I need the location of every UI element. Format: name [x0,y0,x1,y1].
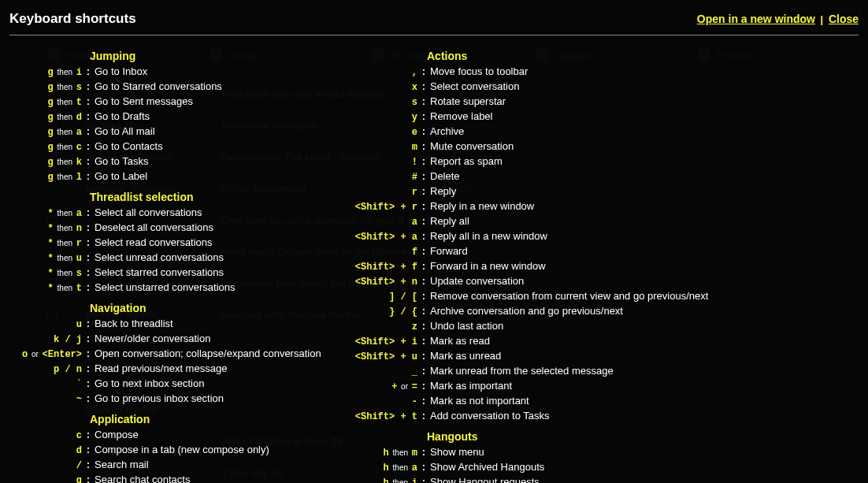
shortcut-keys: g then d [9,110,82,124]
shortcut-keys: g then k [9,155,82,169]
shortcut-desc: Go to All mail [95,124,155,139]
shortcut-desc: Forward in a new window [430,259,546,273]
shortcut-keys: h then a [340,461,417,475]
shortcut-row: g then k:Go to Tasks [9,154,325,169]
shortcut-row: u:Back to threadlist [9,317,325,332]
shortcut-keys: <Shift> + t [340,410,417,424]
shortcut-desc: Go to Sent messages [95,95,193,109]
shortcut-row: g then a:Go to All mail [9,124,325,139]
shortcut-desc: Go to Contacts [95,139,163,154]
shortcut-desc: Mute conversation [430,139,514,154]
shortcuts-column-right: Actions,:Move focus to toolbarx:Select c… [340,43,859,483]
shortcut-row: y:Remove label [340,110,859,124]
shortcut-desc: Select read conversations [95,236,213,250]
shortcut-desc: Go to next inbox section [95,377,204,391]
shortcut-keys: ~ [9,392,82,407]
section-title: Actions [427,50,859,62]
shortcut-row: p / n:Read previous/next message [9,362,325,377]
shortcut-desc: Remove conversation from current view an… [430,289,708,303]
shortcut-row: /:Search mail [9,458,325,473]
shortcut-desc: Go to Starred conversations [95,80,222,94]
shortcut-keys: # [340,170,417,184]
shortcut-keys: g then s [9,80,82,95]
shortcut-keys: m [340,140,417,154]
shortcut-row: ~:Go to previous inbox section [9,392,325,407]
shortcut-desc: Mark as read [430,334,490,348]
shortcut-keys: , [340,65,417,80]
shortcut-keys: ! [340,155,417,169]
shortcut-row: m:Mute conversation [340,139,859,154]
shortcut-desc: Mark as not important [430,394,529,408]
shortcut-keys: a [340,215,417,229]
shortcut-desc: Select conversation [430,80,519,94]
section-title: Application [90,413,325,425]
section-title: Threadlist selection [90,191,325,203]
shortcut-keys: * then a [9,206,82,221]
shortcut-row: ,:Move focus to toolbar [340,65,859,80]
shortcut-row: g then l:Go to Label [9,169,325,184]
shortcut-desc: Show Archived Hangouts [430,460,544,474]
shortcut-desc: Back to threadlist [95,317,173,331]
shortcut-desc: Add conversation to Tasks [430,409,550,423]
shortcut-row: <Shift> + u:Mark as unread [340,349,859,364]
shortcut-row: <Shift> + a:Reply all in a new window [340,229,859,244]
shortcut-row: g then d:Go to Drafts [9,110,325,124]
shortcut-row: * then t:Select unstarred conversations [9,281,325,295]
shortcut-keys: k / j [9,333,82,347]
shortcut-desc: Undo last action [430,319,503,333]
shortcut-row: * then r:Select read conversations [9,236,325,251]
shortcut-keys: <Shift> + u [340,350,417,364]
shortcut-row: * then u:Select unread conversations [9,251,325,266]
shortcut-desc: Show Hangout requests [430,475,540,483]
shortcut-keys: * then s [9,266,82,281]
shortcut-desc: Mark as unread [430,349,501,363]
shortcut-row: ] / [:Remove conversation from current v… [340,289,859,304]
shortcut-desc: Rotate superstar [430,95,506,109]
shortcut-keys: - [340,395,417,409]
shortcut-keys: <Shift> + i [340,335,417,349]
shortcut-desc: Deselect all conversations [95,221,213,235]
shortcut-row: !:Report as spam [340,154,859,169]
shortcut-row: s:Rotate superstar [340,95,859,110]
shortcut-row: r:Reply [340,184,859,199]
shortcut-row: * then s:Select starred conversations [9,266,325,281]
shortcut-keys: u [9,318,82,332]
shortcut-desc: Report as spam [430,154,503,169]
shortcuts-column-left: Jumpingg then i:Go to Inboxg then s:Go t… [9,43,325,483]
shortcut-keys: f [340,245,417,259]
shortcut-keys: g then t [9,95,82,110]
shortcut-desc: Delete [430,169,460,184]
shortcut-desc: Go to Drafts [95,110,150,124]
shortcut-desc: Update conversation [430,274,524,288]
shortcut-row: + or =:Mark as important [340,379,859,394]
shortcut-row: f:Forward [340,244,859,259]
shortcut-desc: Go to Tasks [95,154,148,169]
shortcut-keys: e [340,125,417,139]
shortcut-row: <Shift> + t:Add conversation to Tasks [340,409,859,424]
close-link[interactable]: Close [829,13,859,25]
shortcut-row: g then s:Go to Starred conversations [9,80,325,95]
shortcut-row: z:Undo last action [340,319,859,334]
shortcut-desc: Search chat contacts [95,473,190,483]
shortcut-keys: q [9,474,82,483]
shortcut-keys: d [9,444,82,458]
shortcut-desc: Search mail [95,458,149,472]
shortcut-keys: * then t [9,281,82,295]
shortcut-keys: * then r [9,236,82,251]
shortcut-keys: c [9,429,82,443]
panel-links: Open in a new window | Close [697,13,859,25]
shortcut-row: _:Mark unread from the selected message [340,364,859,379]
shortcut-desc: Read previous/next message [95,362,227,376]
shortcut-desc: Show menu [430,445,484,459]
shortcut-row: k / j:Newer/older conversation [9,332,325,347]
shortcut-desc: Move focus to toolbar [430,65,528,79]
section-title: Navigation [90,302,325,314]
open-new-window-link[interactable]: Open in a new window [697,13,815,25]
shortcut-keys: ] / [ [340,290,417,304]
shortcut-keys: * then u [9,251,82,266]
shortcut-desc: Mark unread from the selected message [430,364,614,378]
shortcut-desc: Go to Label [95,169,147,184]
shortcut-keys: y [340,110,417,124]
shortcut-keys: / [9,459,82,473]
shortcut-keys: ` [9,377,82,392]
